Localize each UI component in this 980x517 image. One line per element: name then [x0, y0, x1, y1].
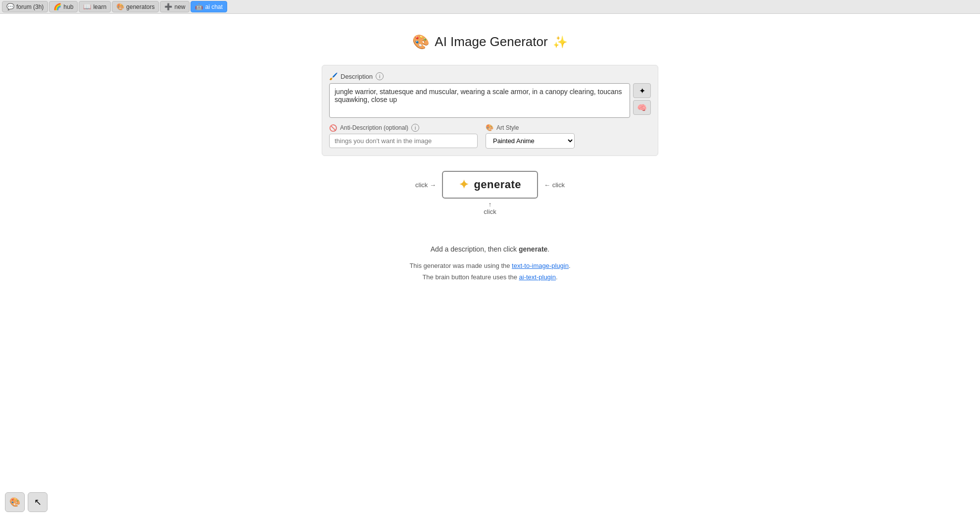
art-style-label-row: 🎨 Art Style — [486, 124, 575, 131]
options-row: 🚫 Anti-Description (optional) i 🎨 Art St… — [329, 124, 651, 149]
info-generate-strong: generate — [519, 245, 547, 253]
description-label-row: 🖌️ Description i — [329, 72, 651, 80]
click-below: ↑ click — [484, 201, 496, 215]
art-style-label-text: Art Style — [496, 124, 519, 131]
nav-item-learn[interactable]: 📖 learn — [79, 1, 111, 12]
bottom-icon-button-1[interactable]: 🎨 — [5, 492, 25, 512]
nav-label-hub: hub — [63, 3, 73, 10]
ai-text-plugin-link[interactable]: ai-text-plugin — [519, 273, 556, 281]
nav-label-learn: learn — [93, 3, 106, 10]
art-style-group: 🎨 Art Style Painted Anime Realistic Cart… — [486, 124, 575, 149]
nav-item-ai-chat[interactable]: 🤖 ai chat — [191, 1, 227, 12]
description-row: jungle warrior, statuesque and muscular,… — [329, 83, 651, 118]
anti-description-label-text: Anti-Description (optional) — [340, 124, 408, 131]
bottom-left-buttons: 🎨 ↖ — [5, 492, 48, 512]
anti-desc-info-icon[interactable]: i — [411, 124, 419, 132]
click-below-label: click — [484, 208, 496, 215]
anti-description-input[interactable] — [329, 134, 478, 148]
art-style-select[interactable]: Painted Anime Realistic Cartoon Sketch W… — [486, 133, 575, 149]
side-buttons: ✦ 🧠 — [633, 83, 651, 118]
generators-icon: 🎨 — [116, 3, 124, 10]
bottom-icon-1: 🎨 — [9, 497, 20, 508]
info-line1: This generator was made using the text-t… — [409, 260, 570, 271]
text-to-image-plugin-link[interactable]: text-to-image-plugin — [512, 262, 569, 269]
anti-desc-icon: 🚫 — [329, 124, 337, 132]
brain-icon: 🧠 — [637, 103, 647, 112]
info-main-text: Add a description, then click generate. — [409, 245, 570, 253]
info-section: Add a description, then click generate. … — [409, 245, 570, 283]
description-label-text: Description — [341, 73, 373, 80]
ai-chat-icon: 🤖 — [195, 3, 203, 10]
description-info-icon[interactable]: i — [376, 72, 384, 80]
title-icon: 🎨 — [412, 34, 430, 50]
nav-label-forum: forum (3h) — [16, 3, 44, 10]
generator-card: 🖌️ Description i jungle warrior, statues… — [322, 65, 658, 156]
click-right-label: ← click — [544, 181, 565, 189]
forum-icon: 💬 — [6, 3, 14, 10]
info-line2: The brain button feature uses the ai-tex… — [409, 271, 570, 283]
brain-button[interactable]: 🧠 — [633, 100, 651, 115]
art-style-icon: 🎨 — [486, 124, 493, 131]
nav-item-generators[interactable]: 🎨 generators — [112, 1, 159, 12]
bottom-icon-2: ↖ — [34, 497, 42, 508]
new-icon: ➕ — [164, 3, 172, 10]
generate-area: click → ✦ generate ← click ↑ click — [415, 171, 565, 215]
generate-button-label: generate — [474, 178, 521, 191]
description-textarea[interactable]: jungle warrior, statuesque and muscular,… — [329, 83, 630, 118]
click-below-arrow: ↑ — [489, 201, 492, 208]
bottom-icon-button-2[interactable]: ↖ — [28, 492, 48, 512]
main-content: 🎨 AI Image Generator ✨ 🖌️ Description i … — [0, 14, 980, 517]
info-links: This generator was made using the text-t… — [409, 260, 570, 283]
learn-icon: 📖 — [83, 3, 91, 10]
wand-icon: ✨ — [553, 35, 568, 49]
anti-description-label-row: 🚫 Anti-Description (optional) i — [329, 124, 478, 132]
nav-bar: 💬 forum (3h) 🌈 hub 📖 learn 🎨 generators … — [0, 0, 980, 14]
magic-button[interactable]: ✦ — [633, 83, 651, 98]
nav-label-new: new — [174, 3, 185, 10]
generate-row: click → ✦ generate ← click — [415, 171, 565, 199]
hub-icon: 🌈 — [53, 3, 61, 10]
nav-item-new[interactable]: ➕ new — [160, 1, 190, 12]
page-title: 🎨 AI Image Generator ✨ — [412, 34, 567, 50]
magic-icon: ✦ — [639, 86, 645, 96]
nav-item-forum[interactable]: 💬 forum (3h) — [2, 1, 48, 12]
nav-label-generators: generators — [126, 3, 154, 10]
generate-button[interactable]: ✦ generate — [442, 171, 538, 199]
sparkle-icon: ✦ — [459, 178, 469, 192]
nav-label-ai-chat: ai chat — [205, 3, 222, 10]
page-title-text: AI Image Generator — [435, 34, 547, 50]
click-left-label: click → — [415, 181, 436, 189]
nav-item-hub[interactable]: 🌈 hub — [49, 1, 78, 12]
description-icon: 🖌️ — [329, 72, 338, 80]
anti-description-group: 🚫 Anti-Description (optional) i — [329, 124, 478, 148]
